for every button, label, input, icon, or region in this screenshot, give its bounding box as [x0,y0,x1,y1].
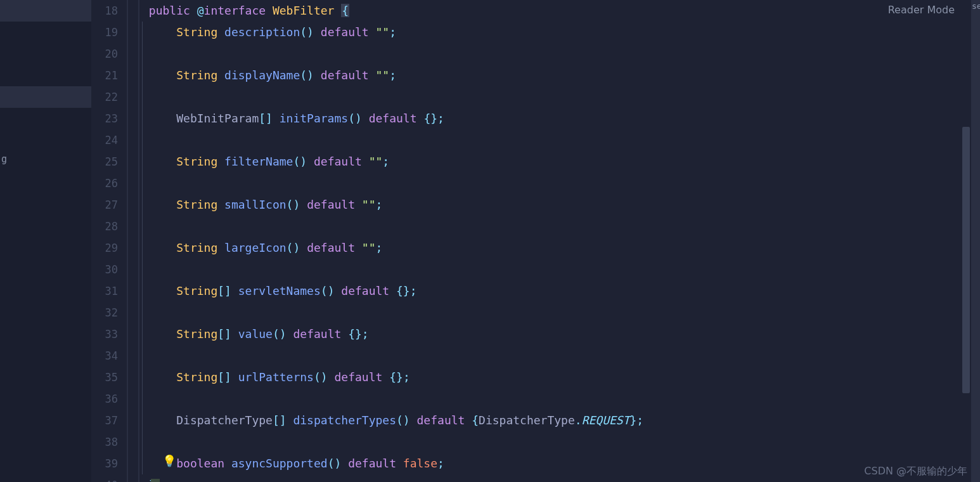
code-line[interactable]: String description() default ""; [142,22,961,43]
code-token: default [293,327,348,341]
code-token: "" [362,198,376,211]
line-number: 28 [91,216,118,237]
project-sidebar[interactable]: g [0,0,91,482]
code-token: String [176,198,224,211]
line-number: 37 [91,410,118,431]
line-number: 23 [91,108,118,129]
code-line[interactable]: String largeIcon() default ""; [142,237,961,259]
code-token: [] [259,112,280,125]
fold-column[interactable] [127,0,139,482]
code-token: () [300,68,314,82]
code-line[interactable] [142,345,961,367]
code-token: { [472,414,479,427]
vertical-scrollbar[interactable] [962,127,970,393]
code-token: String [176,370,217,384]
code-line[interactable] [142,86,961,108]
code-token: [] [273,414,293,427]
code-token: [] [217,284,238,297]
code-token: () [321,284,335,297]
sidebar-partial-text: g [1,153,7,165]
code-token: "" [369,155,383,168]
code-line[interactable]: String smallIcon() default ""; [142,194,961,216]
gutter: 1819202122232425262728293031323334353637… [91,0,127,482]
code-line[interactable]: String[] servletNames() default {}; [142,280,961,302]
code-token [307,155,314,168]
code-token: () [328,457,342,470]
code-line[interactable] [142,302,961,323]
code-token: String [176,68,224,82]
line-number: 35 [91,367,118,388]
code-editor[interactable]: public @interface WebFilter { String des… [142,0,961,482]
code-line[interactable]: boolean asyncSupported() default false; [142,453,961,474]
sidebar-active-row[interactable] [0,0,91,22]
line-number: 22 [91,86,118,108]
line-number: 34 [91,345,118,367]
code-token: value [238,327,273,341]
code-token: interface [204,4,273,17]
code-token: default [307,241,362,254]
line-number: 29 [91,237,118,259]
code-token: {} [396,284,410,297]
code-token: smallIcon [224,198,287,211]
code-token: WebFilter [273,4,341,17]
code-line[interactable] [142,216,961,237]
code-line[interactable]: String displayName() default ""; [142,65,961,86]
code-token: () [300,25,314,39]
code-token: displayName [224,68,300,82]
code-token: "" [362,241,376,254]
code-token: [] [217,327,238,341]
code-line[interactable]: String[] urlPatterns() default {}; [142,367,961,388]
line-number: 31 [91,280,118,302]
code-token: default [335,370,390,384]
code-token: } [630,414,637,427]
line-number: 36 [91,388,118,410]
line-number: 27 [91,194,118,216]
code-line[interactable]: DispatcherType[] dispatcherTypes() defau… [142,410,961,431]
code-line[interactable]: String filterName() default ""; [142,151,961,173]
code-token: () [287,241,300,254]
code-token: dispatcherTypes [293,414,396,427]
code-token: {} [348,327,362,341]
code-line[interactable] [142,43,961,65]
code-token: WebInitParam [176,112,259,125]
code-token [300,198,307,211]
line-number: 32 [91,302,118,323]
code-line[interactable] [142,431,961,453]
code-token: ; [437,457,444,470]
code-token: REQUEST [582,414,630,427]
code-line[interactable]: public @interface WebFilter { [142,0,961,22]
code-token [149,155,176,168]
code-token: servletNames [238,284,321,297]
sidebar-active-row[interactable] [0,86,91,108]
code-line[interactable] [142,129,961,151]
code-token: [] [217,370,238,384]
code-token: "" [376,25,390,39]
code-token [149,241,176,254]
code-token: () [293,155,307,168]
code-line[interactable] [142,173,961,194]
code-token: String [176,241,224,254]
line-number: 24 [91,129,118,151]
code-token: () [287,198,300,211]
code-line[interactable]: String[] value() default {}; [142,323,961,345]
code-line[interactable]: } [142,474,961,482]
code-token: DispatcherType [479,414,575,427]
code-token: ; [636,414,643,427]
code-token [328,370,335,384]
code-token: default [321,68,376,82]
code-token: "" [376,68,390,82]
code-token: description [224,25,300,39]
code-line[interactable] [142,259,961,280]
code-token: ; [437,112,444,125]
code-token: ; [403,370,410,384]
code-token: @ [197,4,204,17]
code-token: ; [362,327,369,341]
code-token: filterName [224,155,293,168]
code-token [300,241,307,254]
code-line[interactable]: WebInitParam[] initParams() default {}; [142,108,961,129]
code-token: {} [389,370,403,384]
code-line[interactable] [142,388,961,410]
lightbulb-icon[interactable]: 💡 [162,454,176,467]
reader-mode-label[interactable]: Reader Mode [888,4,955,16]
code-token: String [176,284,217,297]
